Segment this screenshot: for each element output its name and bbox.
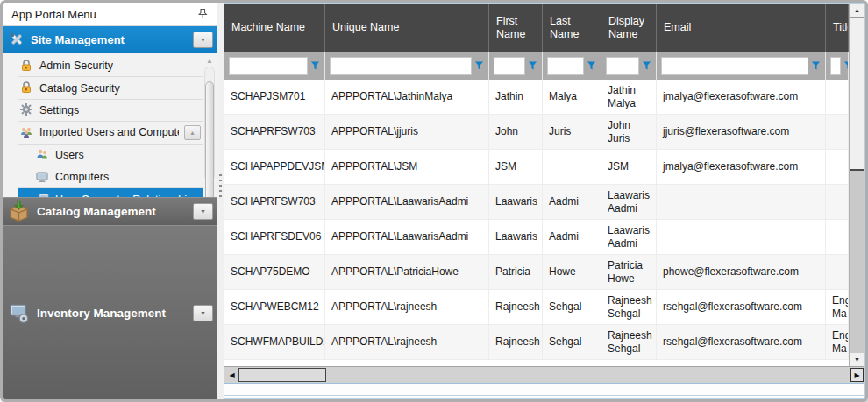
column-header-machine-name[interactable]: Machine Name xyxy=(224,4,325,52)
chevron-down-icon[interactable]: ▼ xyxy=(193,203,213,220)
scroll-up-icon[interactable]: ▲ xyxy=(850,4,864,17)
filter-funnel-icon[interactable] xyxy=(310,60,320,71)
table-cell-email: rsehgal@flexerasoftware.com xyxy=(657,290,826,324)
table-cell-display_name: Patricia Howe xyxy=(601,255,657,289)
gear-icon xyxy=(19,102,34,117)
grid-horizontal-scrollbar[interactable]: ◀ ▶ xyxy=(224,366,864,383)
table-cell-display_name: JSM xyxy=(601,150,657,184)
table-cell-email xyxy=(657,220,826,254)
scroll-right-icon[interactable]: ▶ xyxy=(850,368,864,382)
table-cell-email: jmalya@flexerasoftware.com xyxy=(657,80,826,114)
filter-funnel-icon[interactable] xyxy=(642,60,651,71)
table-row[interactable]: SCHAPAPPDEVJSMAPPPORTAL\JSMJSMJSMjmalya@… xyxy=(224,150,849,185)
table-cell-title: Eng Ma xyxy=(826,290,849,324)
table-cell-display_name: John Juris xyxy=(601,115,657,149)
pin-icon[interactable] xyxy=(196,7,210,21)
sidebar-item-imported-users-and-computers[interactable]: Imported Users and Computers▲ xyxy=(18,122,203,144)
tools-icon xyxy=(9,32,25,47)
sidebar-item-label: Admin Security xyxy=(39,60,113,72)
column-header-last-name[interactable]: Last Name xyxy=(543,4,601,52)
section-label: Inventory Management xyxy=(37,307,187,320)
section-catalog-management[interactable]: Catalog Management ▼ xyxy=(3,197,217,225)
filter-funnel-icon[interactable] xyxy=(528,60,537,71)
scroll-down-icon[interactable]: ▼ xyxy=(850,353,864,366)
table-cell-machine_name: SCHAPWEBCM12 xyxy=(224,290,325,324)
table-cell-last_name: Sehgal xyxy=(543,290,601,324)
footer-divider xyxy=(224,395,864,396)
table-row[interactable]: SCHAPRFSW703APPPORTAL\jjurisJohnJurisJoh… xyxy=(224,115,849,150)
filter-input-email[interactable] xyxy=(661,57,808,75)
sidebar-scrollbar[interactable]: ▲ ▼ xyxy=(203,56,216,192)
table-cell-last_name: Juris xyxy=(543,115,601,149)
section-label: Catalog Management xyxy=(37,205,187,218)
filter-input-machine_name[interactable] xyxy=(229,57,308,75)
users-icon xyxy=(35,147,50,162)
sidebar-item-users[interactable]: Users xyxy=(18,145,203,166)
table-cell-title: Eng Ma xyxy=(826,325,849,359)
sidebar-item-computers[interactable]: Computers xyxy=(18,166,203,188)
table-row[interactable]: SCHWFMAPBUILD2APPPORTAL\rajneeshRajneesh… xyxy=(224,325,849,360)
chevron-down-icon[interactable]: ▼ xyxy=(193,305,213,321)
scroll-left-icon[interactable]: ◀ xyxy=(225,368,238,382)
column-header-unique-name[interactable]: Unique Name xyxy=(325,4,489,52)
column-header-title[interactable]: Title xyxy=(826,4,849,52)
splitter[interactable] xyxy=(217,3,224,399)
sidebar-item-label: Imported Users and Computers xyxy=(39,126,179,138)
filter-cell-email xyxy=(657,52,826,80)
table-cell-first_name: Rajneesh xyxy=(489,290,543,324)
table-cell-first_name: Laawaris xyxy=(489,220,543,254)
filter-funnel-icon[interactable] xyxy=(587,60,596,71)
table-row[interactable]: SCHAPRFSDEV06APPPORTAL\LaawarisAadmiLaaw… xyxy=(224,220,849,255)
filter-input-title[interactable] xyxy=(830,57,841,75)
section-inventory-management[interactable]: Inventory Management ▼ xyxy=(3,225,217,399)
table-cell-email: rsehgal@flexerasoftware.com xyxy=(657,325,826,359)
table-cell-email: jmalya@flexerasoftware.com xyxy=(657,150,826,184)
filter-input-last_name[interactable] xyxy=(547,57,584,75)
sidebar-item-admin-security[interactable]: Admin Security xyxy=(18,55,203,77)
table-cell-email: phowe@flexerasoftware.com xyxy=(657,255,826,289)
table-cell-machine_name: SCHAPAPPDEVJSM xyxy=(224,150,325,184)
column-header-email[interactable]: Email xyxy=(657,4,826,52)
filter-input-unique_name[interactable] xyxy=(330,57,472,75)
sidebar-scrollbar-thumb[interactable] xyxy=(205,81,214,197)
grid-vertical-scrollbar[interactable]: ▲ ▼ xyxy=(849,4,864,366)
sidebar-scrollbar-track[interactable] xyxy=(204,67,215,181)
app-window: App Portal Menu Site Management ▼ Admin … xyxy=(0,0,868,402)
filter-input-first_name[interactable] xyxy=(494,57,525,75)
filter-input-display_name[interactable] xyxy=(606,57,639,75)
sidebar-item-label: Computers xyxy=(55,171,109,183)
table-row[interactable]: SCHAPRFSW703APPPORTAL\LaawarisAadmiLaawa… xyxy=(224,185,849,220)
sidebar-item-user-computer-relationships[interactable]: User Computer Relationships xyxy=(18,188,203,197)
table-cell-title xyxy=(826,220,849,254)
filter-cell-last-name xyxy=(543,52,601,80)
table-cell-first_name: Rajneesh xyxy=(489,325,543,359)
chevron-down-icon[interactable]: ▼ xyxy=(193,32,213,48)
filter-funnel-icon[interactable] xyxy=(474,60,484,71)
filter-cell-display-name xyxy=(601,52,657,80)
table-cell-first_name: John xyxy=(489,115,543,149)
scroll-up-icon[interactable]: ▲ xyxy=(206,56,213,67)
column-header-display-name[interactable]: Display Name xyxy=(601,4,657,52)
sidebar-item-catalog-security[interactable]: Catalog Security xyxy=(18,77,203,99)
table-cell-unique_name: APPPORTAL\JathinMalya xyxy=(325,80,489,114)
table-row[interactable]: SCHAP75DEMOAPPPORTAL\PatriciaHowePatrici… xyxy=(224,255,849,290)
sidebar-item-settings[interactable]: Settings xyxy=(18,100,203,122)
table-row[interactable]: SCHAPWEBCM12APPPORTAL\rajneeshRajneeshSe… xyxy=(224,290,849,325)
table-row[interactable]: SCHAPJSM701APPPORTAL\JathinMalyaJathinMa… xyxy=(224,80,849,115)
filter-funnel-icon[interactable] xyxy=(811,60,821,71)
grid-hscroll-track[interactable] xyxy=(238,368,850,382)
collapse-up-icon[interactable]: ▲ xyxy=(184,125,201,140)
table-cell-unique_name: APPPORTAL\PatriciaHowe xyxy=(325,255,489,289)
column-header-first-name[interactable]: First Name xyxy=(489,4,543,52)
grid-hscroll-thumb[interactable] xyxy=(238,368,326,382)
filter-cell-unique-name xyxy=(325,52,489,80)
table-cell-unique_name: APPPORTAL\LaawarisAadmi xyxy=(325,220,489,254)
filter-cell-machine-name xyxy=(224,52,325,80)
sidebar: App Portal Menu Site Management ▼ Admin … xyxy=(3,3,217,399)
grid-vscroll-track[interactable] xyxy=(850,17,864,353)
sidebar-item-label: Catalog Security xyxy=(39,82,120,95)
table-cell-last_name: Aadmi xyxy=(543,220,601,254)
catalog-icon xyxy=(7,200,31,223)
grid-vscroll-thumb[interactable] xyxy=(850,17,864,171)
section-site-management[interactable]: Site Management ▼ xyxy=(3,26,217,53)
